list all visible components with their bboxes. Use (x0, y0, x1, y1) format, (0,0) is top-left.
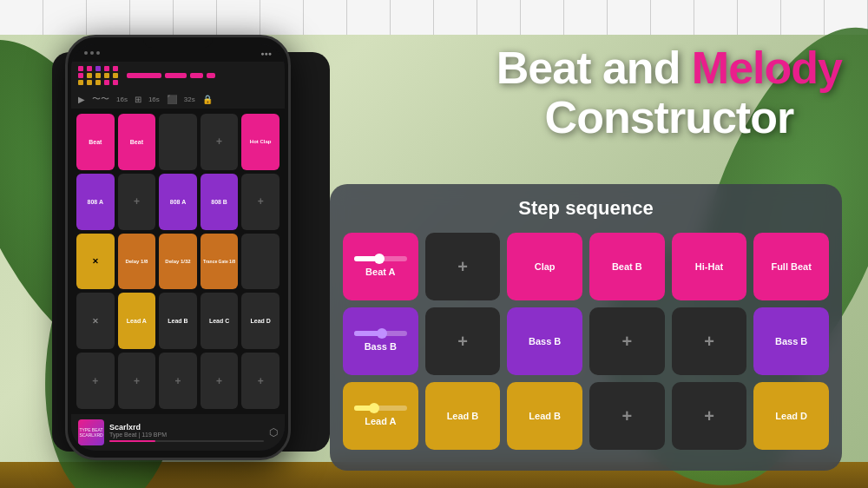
pad-empty-2[interactable] (241, 234, 279, 290)
pad-hot-clap[interactable]: Hot Clap (241, 114, 279, 170)
step-pad-add-3[interactable]: + (589, 307, 665, 375)
title-line1: Beat and Melody (496, 43, 842, 93)
pad-empty-1[interactable] (159, 114, 197, 170)
pad-x-1[interactable]: ✕ (76, 234, 115, 290)
pad-delay-1[interactable]: Delay 1/8 (118, 234, 156, 290)
lock-icon[interactable]: 🔒 (202, 95, 213, 104)
pad-lead-d-1[interactable]: Lead D (241, 293, 279, 349)
step-pad-beat-a[interactable]: Beat A (343, 233, 418, 300)
pad-808b[interactable]: 808 B (201, 174, 239, 230)
step-sequence-panel: Step sequence Beat A + Clap Beat B Hi-Ha… (330, 184, 842, 471)
pad-add-2[interactable]: + (118, 174, 156, 230)
step-pad-bass-b-3[interactable]: Bass B (753, 307, 829, 375)
pad-delay-2[interactable]: Delay 1/32 (159, 234, 197, 290)
footer-artist-name: Scarlxrd (109, 423, 264, 432)
step-pad-bass-b-2[interactable]: Bass B (507, 307, 582, 375)
step-pad-beat-b[interactable]: Beat B (589, 233, 665, 300)
step-sequence-title: Step sequence (343, 197, 829, 220)
step-pad-full-beat[interactable]: Full Beat (753, 233, 829, 300)
pad-lead-c[interactable]: Lead C (201, 293, 239, 349)
bass-b-slider[interactable] (354, 331, 407, 336)
beat-a-slider[interactable] (354, 256, 407, 261)
pad-808a-2[interactable]: 808 A (159, 174, 197, 230)
title-beat-and: Beat and (496, 43, 692, 93)
step-pad-add-4[interactable]: + (672, 307, 747, 375)
footer-track-info: Scarlxrd Type Beat | 119 BPM (109, 423, 264, 442)
footer-artist-label-sm: SCARLXRD (79, 432, 102, 438)
pad-beat-a[interactable]: Beat (76, 114, 115, 170)
pad-add-3[interactable]: + (241, 174, 279, 230)
pad-add-7[interactable]: + (201, 353, 239, 409)
step-pad-clap[interactable]: Clap (507, 233, 582, 300)
title-line2: Constructor (496, 93, 842, 142)
pad-x-2[interactable]: ✕ (76, 293, 115, 349)
grid-icon[interactable]: ⊞ (135, 95, 141, 104)
step-pad-add-2[interactable]: + (425, 307, 501, 375)
pad-add-6[interactable]: + (159, 353, 197, 409)
phone-screen: ●●● (71, 44, 285, 451)
pad-lead-a[interactable]: Lead A (118, 293, 156, 349)
step-pad-lead-a[interactable]: Lead A (343, 382, 418, 450)
play-icon[interactable]: ▶ (78, 95, 85, 104)
phone-notch (143, 37, 213, 48)
phone-header (71, 62, 285, 89)
phone-controls-bar: ▶ 〜〜 16s ⊞ 16s ⬛ 32s 🔒 (71, 89, 285, 109)
wave-icon[interactable]: 〜〜 (92, 93, 109, 105)
pad-808a-1[interactable]: 808 A (76, 174, 115, 230)
track-thumbnail: TYPE BEAT SCARLXRD (78, 419, 104, 445)
phone-app: ●●● (71, 44, 285, 451)
phone-footer: TYPE BEAT SCARLXRD Scarlxrd Type Beat | … (71, 414, 285, 451)
step-pad-add-5[interactable]: + (589, 382, 665, 450)
phone-pad-grid: Beat Beat + Hot Clap 808 A + 808 A 808 B… (71, 109, 285, 414)
title-area: Beat and Melody Constructor (496, 43, 842, 142)
pad-trance-gate[interactable]: Trance Gate 1/8 (201, 234, 239, 290)
pad-add-8[interactable]: + (241, 353, 279, 409)
pad-add-5[interactable]: + (118, 353, 156, 409)
exit-icon[interactable]: ⬡ (269, 426, 278, 439)
step-pad-lead-d[interactable]: Lead D (753, 382, 829, 450)
lead-a-slider[interactable] (354, 406, 407, 411)
title-melody: Melody (692, 43, 842, 93)
step-sequence-grid: Beat A + Clap Beat B Hi-Hat Full Beat Ba… (343, 233, 829, 450)
step-pad-bass-b-1[interactable]: Bass B (343, 307, 418, 375)
step-pad-add-6[interactable]: + (672, 382, 747, 450)
phone: ●●● (65, 35, 291, 460)
app-logo-dots (78, 66, 120, 85)
pad-beat-b[interactable]: Beat (118, 114, 156, 170)
pad-lead-b-1[interactable]: Lead B (159, 293, 197, 349)
record-icon[interactable]: ⬛ (167, 95, 177, 104)
step-pad-add-1[interactable]: + (425, 233, 501, 300)
step-pad-beat-a-label: Beat A (365, 267, 395, 277)
pad-add-4[interactable]: + (76, 353, 115, 409)
step-pad-hi-hat[interactable]: Hi-Hat (672, 233, 747, 300)
footer-track-desc: Type Beat | 119 BPM (109, 432, 264, 438)
pad-add-1[interactable]: + (201, 114, 239, 170)
step-pad-lead-b-2[interactable]: Lead B (507, 382, 582, 450)
step-pad-lead-b-1[interactable]: Lead B (425, 382, 501, 450)
piano-keys (0, 0, 868, 35)
